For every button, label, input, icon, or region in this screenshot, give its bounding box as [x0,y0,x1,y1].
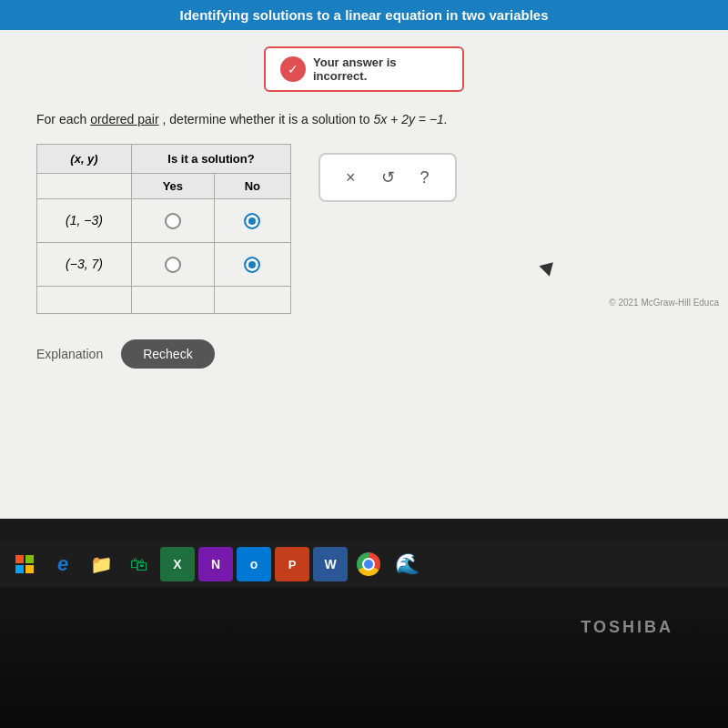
no-header: No [214,174,290,199]
xy-label: (x, y) [70,152,97,166]
radio-2-yes[interactable] [131,242,214,286]
equation: 5x + 2y = −1. [373,112,447,126]
incorrect-text: Your answer is incorrect. [313,56,448,83]
copyright: © 2021 McGraw-Hill Educa [609,298,719,308]
word-label: W [324,557,336,571]
table-row: (1, −3) [37,199,291,243]
table-subheader-pair [37,174,132,199]
radio-2-no[interactable] [214,242,290,286]
ie-logo: e [57,552,68,576]
table-row-empty [37,286,291,313]
pair-1-value: (1, −3) [66,213,103,228]
table-header-xy: (x, y) [37,145,132,174]
folder-icon: 📁 [90,553,113,575]
question-area: For each ordered pair , determine whethe… [0,92,728,323]
powerpoint-icon[interactable]: P [275,547,309,581]
radio-1-no[interactable] [214,199,290,243]
header-bar: Identifying solutions to a linear equati… [0,0,728,30]
recheck-button[interactable]: Recheck [121,339,214,369]
header-title: Identifying solutions to a linear equati… [179,7,548,23]
pair-2-value: (−3, 7) [66,257,103,271]
chrome-logo [357,552,380,576]
taskbar: e 📁 🛍 X N o P W 🌊 TOSHIBA [0,519,728,728]
question-prefix: For each [36,112,86,126]
empty-cell-3 [214,286,290,313]
excel-icon[interactable]: X [160,547,195,581]
question-text: For each ordered pair , determine whethe… [36,110,692,129]
empty-cell-1 [37,286,132,313]
radio-1-yes[interactable] [131,199,214,243]
windows-start-button[interactable] [7,547,42,581]
powerpoint-label: P [288,558,297,571]
question-suffix: , determine whether it is a solution to [163,112,370,126]
solution-table: (x, y) Is it a solution? Yes No (1, −3) [36,144,291,314]
yes-header: Yes [131,174,214,199]
solution-header: Is it a solution? [131,145,290,174]
pair-2: (−3, 7) [37,242,132,286]
close-button[interactable]: × [342,167,359,189]
explanation-link[interactable]: Explanation [36,347,103,361]
edge-icon[interactable]: 🌊 [389,547,424,581]
internet-explorer-icon[interactable]: e [46,547,80,581]
ordered-pair-link[interactable]: ordered pair [90,112,159,126]
chrome-icon[interactable] [351,547,386,581]
windows-logo [15,555,34,573]
outlook-label: o [250,557,258,571]
toshiba-brand: TOSHIBA [581,618,673,637]
radio-circle-2-yes[interactable] [165,257,181,273]
pair-1: (1, −3) [37,199,132,243]
store-icon: 🛍 [130,554,148,575]
controls-box: × ↺ ? [318,153,457,202]
help-button[interactable]: ? [417,167,433,189]
table-row: (−3, 7) [37,242,291,286]
radio-circle-1-no[interactable] [244,213,260,229]
onenote-label: N [211,557,220,571]
radio-circle-1-yes[interactable] [165,213,181,229]
word-icon[interactable]: W [313,547,348,581]
radio-circle-2-no[interactable] [244,257,260,273]
incorrect-icon: ✓ [280,56,306,82]
edge-logo: 🌊 [395,552,420,576]
incorrect-banner: ✓ Your answer is incorrect. [264,46,464,92]
screen: Identifying solutions to a linear equati… [0,0,728,519]
table-controls-row: (x, y) Is it a solution? Yes No (1, −3) [36,144,692,314]
taskbar-inner: e 📁 🛍 X N o P W 🌊 [0,541,728,587]
bottom-row: Explanation Recheck [0,323,728,385]
empty-cell-2 [131,286,214,313]
file-explorer-icon[interactable]: 📁 [84,547,118,581]
excel-label: X [173,557,181,571]
windows-store-icon[interactable]: 🛍 [122,547,157,581]
onenote-icon[interactable]: N [198,547,233,581]
outlook-icon[interactable]: o [237,547,271,581]
undo-button[interactable]: ↺ [378,166,399,189]
